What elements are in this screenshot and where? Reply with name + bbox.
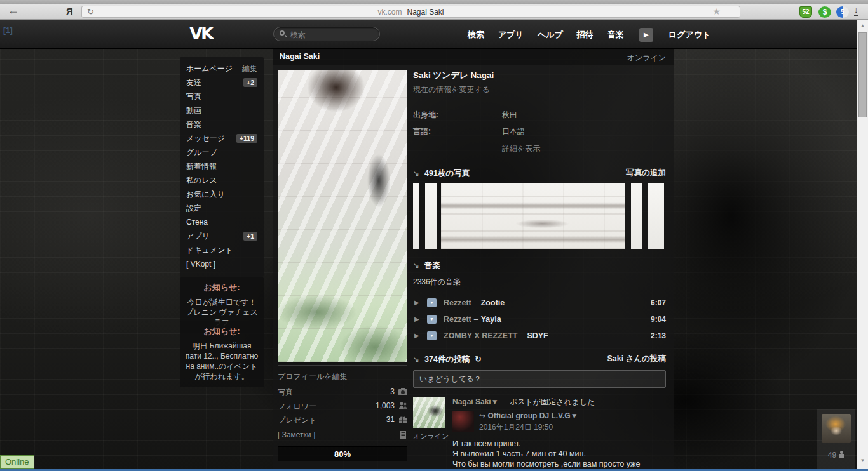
profile-name: Saki ツンデレ Nagai bbox=[413, 70, 666, 81]
post-pinned-label: ポストが固定されました bbox=[510, 397, 595, 406]
photo-strip bbox=[413, 183, 666, 249]
add-photo-link[interactable]: 写真の追加 bbox=[626, 168, 666, 178]
scroll-up-icon[interactable]: ▲ bbox=[857, 21, 868, 31]
extension-blue-icon[interactable]: 5 bbox=[836, 6, 849, 18]
photo-thumb[interactable] bbox=[648, 183, 664, 249]
browser-toolbar: ← Я ↻ vk.comNagai Saki ★ bbox=[0, 4, 868, 20]
nav-logout[interactable]: ログアウト bbox=[668, 29, 711, 41]
track-title[interactable]: SDYF bbox=[527, 331, 548, 340]
scrollbar-thumb[interactable] bbox=[858, 32, 867, 117]
search-placeholder: 検索 bbox=[290, 30, 306, 41]
nav-help[interactable]: ヘルプ bbox=[538, 29, 563, 41]
sidebar-item-music[interactable]: 音楽 bbox=[186, 117, 257, 131]
change-status-link[interactable]: 現在の情報を変更する bbox=[413, 84, 666, 95]
track-play-icon[interactable]: ▶ bbox=[414, 332, 419, 339]
post-date[interactable]: 2016年1月24日 19:50 bbox=[479, 422, 553, 433]
sidebar-item-news[interactable]: 新着情報 bbox=[186, 159, 257, 173]
extension-dollar-icon[interactable]: $ bbox=[818, 6, 831, 18]
sidebar-item-home[interactable]: ホームページ編集 bbox=[186, 62, 257, 76]
vk-logo[interactable]: VK bbox=[189, 23, 212, 43]
yandex-logo[interactable]: Я bbox=[66, 6, 73, 17]
sidebar-item-groups[interactable]: グループ bbox=[186, 145, 257, 159]
field-hometown: 出身地: 秋田 bbox=[413, 108, 666, 122]
repost-group-avatar[interactable] bbox=[452, 411, 474, 432]
nav-music[interactable]: 音楽 bbox=[607, 29, 624, 41]
post-author-avatar[interactable] bbox=[413, 397, 445, 428]
play-button[interactable]: ▶ bbox=[639, 28, 653, 42]
sidebar-item-friends[interactable]: 友達+2 bbox=[186, 76, 257, 90]
sidebar-item-favorites[interactable]: お気に入り bbox=[186, 187, 257, 201]
page-scrollbar[interactable]: ▲ ▼ bbox=[857, 20, 868, 471]
photos-count-link[interactable]: 491枚の写真 bbox=[424, 169, 470, 178]
nav-invite[interactable]: 招待 bbox=[577, 29, 593, 41]
sidebar-item-vkopt[interactable]: [ VKopt ] bbox=[186, 257, 257, 271]
friend-avatar[interactable] bbox=[822, 414, 851, 443]
scroll-down-icon[interactable]: ▼ bbox=[857, 456, 868, 466]
sidebar-item-wall[interactable]: Стена bbox=[186, 215, 257, 229]
photo-thumb[interactable] bbox=[413, 183, 419, 249]
browser-tabstrip[interactable] bbox=[0, 0, 868, 4]
track-download-button[interactable]: ▼ bbox=[427, 331, 437, 340]
track-download-button[interactable]: ▼ bbox=[427, 298, 437, 307]
extension-shield-icon[interactable]: 52 bbox=[799, 6, 812, 18]
track-title[interactable]: Yayla bbox=[481, 315, 501, 324]
repost-source-link[interactable]: ↪ Official group DJ L.V.G▼ bbox=[479, 411, 578, 420]
track-play-icon[interactable]: ▶ bbox=[414, 299, 419, 306]
followers-icon bbox=[398, 402, 407, 409]
track-play-icon[interactable]: ▶ bbox=[414, 315, 419, 322]
stat-presents[interactable]: プレゼント 31 bbox=[278, 413, 407, 427]
profile-photo[interactable] bbox=[278, 70, 407, 362]
show-details-link[interactable]: 詳細を表示 bbox=[502, 143, 666, 154]
nav-search[interactable]: 検索 bbox=[468, 29, 484, 41]
sidebar-item-apps[interactable]: アプリ+1 bbox=[186, 229, 257, 243]
music-section-header: ↘音楽 bbox=[413, 259, 666, 270]
photos-section-header: ↘491枚の写真 写真の追加 bbox=[413, 167, 666, 178]
track-time: 6:07 bbox=[651, 298, 666, 307]
apps-badge: +1 bbox=[243, 232, 257, 241]
stat-notes[interactable]: [ Заметки ] bbox=[278, 428, 407, 442]
track-artist[interactable]: Rezzett bbox=[444, 298, 471, 307]
friends-mini-panel: 49 bbox=[817, 409, 855, 469]
sidebar-item-settings[interactable]: 設定 bbox=[186, 201, 257, 215]
section-arrow-icon: ↘ bbox=[413, 355, 419, 364]
edit-link[interactable]: 編集 bbox=[242, 63, 257, 74]
stat-followers[interactable]: フォロワー 1,003 bbox=[278, 399, 407, 413]
bookmark-star-icon[interactable]: ★ bbox=[712, 6, 721, 17]
wall-post-input[interactable]: いまどうしてる？ bbox=[413, 370, 666, 388]
track-title[interactable]: Zootie bbox=[481, 298, 505, 307]
sidebar-item-videos[interactable]: 動画 bbox=[186, 103, 257, 117]
photo-thumb[interactable] bbox=[425, 183, 437, 249]
download-icon[interactable]: ↓ bbox=[854, 6, 858, 16]
sidebar-item-photos[interactable]: 写真 bbox=[186, 90, 257, 103]
nav-apps[interactable]: アプリ bbox=[498, 29, 524, 41]
sidebar-item-messages[interactable]: メッセージ+119 bbox=[186, 131, 257, 145]
sidebar-item-replies[interactable]: 私のレス bbox=[186, 173, 257, 187]
wall-refresh-icon[interactable]: ↻ bbox=[475, 355, 481, 364]
track-artist[interactable]: ZOMBY X REZZETT bbox=[444, 331, 517, 340]
stat-photos[interactable]: 写真 3 bbox=[278, 385, 407, 399]
zoom-level-button[interactable]: 80% bbox=[278, 446, 407, 461]
corner-badge: [1] bbox=[3, 26, 13, 35]
wall-filter-link[interactable]: Saki さんの投稿 bbox=[607, 354, 666, 364]
music-count: 2336件の音楽 bbox=[413, 277, 666, 293]
profile-panel: Nagai Saki オンライン プロフィールを編集 写真 3 フォロワー 1,… bbox=[273, 49, 674, 471]
address-bar[interactable]: ↻ vk.comNagai Saki ★ bbox=[81, 6, 740, 18]
music-header-link[interactable]: 音楽 bbox=[424, 261, 440, 270]
track-row: ▶ ▼ Rezzett–Yayla 9:04 bbox=[413, 314, 666, 326]
track-artist[interactable]: Rezzett bbox=[444, 315, 471, 324]
search-input[interactable]: 検索 bbox=[273, 27, 380, 41]
url-title: Nagai Saki bbox=[407, 8, 444, 17]
track-download-button[interactable]: ▼ bbox=[427, 315, 437, 324]
wall-count-link[interactable]: 374件の投稿 bbox=[424, 355, 470, 364]
friend-count: 49 bbox=[828, 451, 836, 460]
post-text-line: Я выложил 1 часть 7 мин от 40 мин. bbox=[452, 449, 643, 459]
track-row: ▶ ▼ Rezzett–Zootie 6:07 bbox=[413, 297, 666, 310]
notice-party[interactable]: お知らせ: 明日 Ближайшая пати 12.., Бесплатно … bbox=[180, 321, 264, 387]
photo-thumb-main[interactable] bbox=[441, 183, 625, 249]
back-button[interactable]: ← bbox=[8, 4, 19, 17]
photo-thumb[interactable] bbox=[631, 183, 642, 249]
edit-profile-link[interactable]: プロフィールを編集 bbox=[278, 365, 407, 382]
post-author-name[interactable]: Nagai Saki▼ bbox=[452, 397, 499, 406]
notice-title: お知らせ: bbox=[184, 326, 260, 337]
sidebar-item-documents[interactable]: ドキュメント bbox=[186, 243, 257, 257]
